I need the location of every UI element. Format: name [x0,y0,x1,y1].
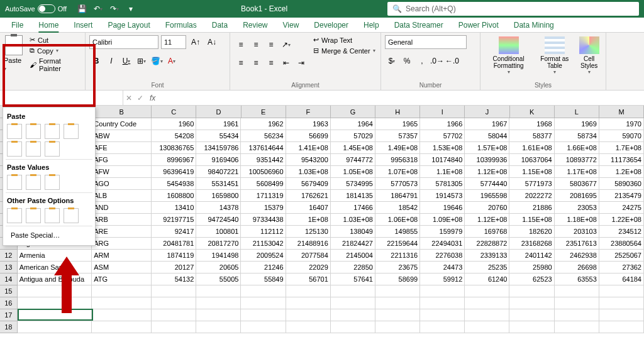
cell[interactable] [599,321,644,333]
increase-decimal-icon[interactable]: .0→ [430,54,444,68]
cell[interactable]: 1.53E+08 [420,142,465,154]
paste-formulas-icon[interactable] [26,124,41,139]
cell[interactable]: ATG [92,273,152,285]
tab-formulas[interactable]: Formulas [158,18,204,32]
cell[interactable] [92,309,152,321]
cell[interactable]: 92197715 [152,214,196,226]
cell[interactable]: 1941498 [196,250,241,262]
col-header-l[interactable]: L [555,106,599,118]
cell[interactable]: 11173654 [599,154,644,166]
cell[interactable] [92,321,152,333]
wrap-text-button[interactable]: ↩Wrap Text [312,35,377,45]
cell[interactable]: 137614644 [241,142,286,154]
cell[interactable] [465,285,509,297]
cell[interactable] [286,297,331,309]
cell[interactable] [509,297,554,309]
col-header-i[interactable]: I [420,106,465,118]
cell[interactable] [18,285,92,297]
cell[interactable]: 59912 [420,273,465,285]
col-header-f[interactable]: F [286,106,331,118]
cell[interactable] [465,309,509,321]
paste-picture-icon[interactable] [45,208,60,223]
cell[interactable]: 10637064 [509,154,554,166]
save-icon[interactable]: 💾 [77,4,87,14]
decrease-decimal-icon[interactable]: ←.0 [445,54,459,68]
cell[interactable]: 1.12E+08 [465,214,509,226]
cell[interactable]: 9744772 [331,154,375,166]
cell[interactable]: 15379 [241,202,286,214]
cell[interactable] [241,309,286,321]
cell[interactable]: 203103 [555,226,599,238]
cell[interactable] [286,285,331,297]
cell[interactable]: 1.41E+08 [286,142,331,154]
paste-values-numfmt-icon[interactable] [26,175,41,190]
cell[interactable]: 1864791 [375,190,420,202]
cell[interactable]: 100801 [196,226,241,238]
cell[interactable]: AFE [92,142,152,154]
col-header-b[interactable]: B [92,106,152,118]
cell[interactable]: ARB [92,214,152,226]
cell[interactable]: 22494031 [420,238,465,250]
paste-link-icon[interactable] [26,208,41,223]
cell[interactable]: 2339133 [465,250,509,262]
paste-no-borders-icon[interactable] [7,141,22,157]
align-top-icon[interactable]: ≡ [234,38,248,52]
paste-formatting-icon[interactable] [7,208,22,223]
cell[interactable]: 8996967 [152,154,196,166]
row-header[interactable]: 16 [0,297,18,309]
cell[interactable] [375,309,420,321]
cell[interactable]: 23880564 [599,238,644,250]
cell[interactable]: 57357 [375,130,420,142]
cell[interactable]: 92417 [152,226,196,238]
cell[interactable]: 1964 [331,118,375,130]
cell[interactable]: 13410 [152,202,196,214]
number-format-input[interactable] [385,35,467,49]
cell[interactable]: 5774440 [465,178,509,190]
cell[interactable] [241,297,286,309]
cell[interactable]: 9956318 [375,154,420,166]
cell[interactable]: 25235 [465,262,509,273]
col-header-k[interactable]: K [510,106,555,118]
cell[interactable]: 1963 [286,118,331,130]
cell[interactable]: 1874119 [152,250,196,262]
tab-page-layout[interactable]: Page Layout [100,18,157,32]
cell[interactable] [420,285,465,297]
cell[interactable]: 1.03E+08 [286,166,331,178]
cell-styles-button[interactable]: Cell Styles [576,35,602,76]
cell[interactable]: 22159644 [375,238,420,250]
cell[interactable] [599,309,644,321]
cell[interactable] [152,309,196,321]
cell[interactable]: 5734995 [331,178,375,190]
cell[interactable]: 1970 [599,118,644,130]
cell[interactable]: 55434 [196,130,241,142]
search-box[interactable]: 🔍 Search (Alt+Q) [387,2,639,16]
cell[interactable]: 130836765 [152,142,196,154]
cell[interactable]: 20605 [196,262,241,273]
cell[interactable]: ARE [92,226,152,238]
col-header-h[interactable]: H [375,106,420,118]
bold-button[interactable]: B [89,54,103,68]
cell[interactable]: ASM [92,262,152,273]
increase-indent-icon[interactable]: ⇥ [294,56,308,70]
cell[interactable]: 1.61E+08 [509,142,554,154]
cell[interactable] [18,309,92,321]
paste-values-source-fmt-icon[interactable] [45,175,60,190]
cell[interactable]: 24473 [420,262,465,273]
cell[interactable]: 5679409 [286,178,331,190]
cell[interactable]: 1965 [375,118,420,130]
align-middle-icon[interactable]: ≡ [249,38,263,52]
cell[interactable]: 1.05E+08 [331,166,375,178]
cell[interactable]: 159979 [420,226,465,238]
paste-button[interactable]: Paste [4,35,25,72]
cell[interactable]: 20817270 [196,238,241,250]
cell[interactable] [555,309,599,321]
cell[interactable]: 1.07E+08 [375,166,420,178]
cell[interactable] [152,285,196,297]
format-as-table-button[interactable]: Format as Table [536,35,572,76]
paste-keep-source-icon[interactable] [64,124,79,139]
align-left-icon[interactable]: ≡ [234,56,248,70]
cell-grid[interactable]: BCDEFGHIJKLM 1Country Code19601961196219… [0,106,644,333]
cell[interactable]: 59070 [599,130,644,142]
cell[interactable]: 1.49E+08 [375,142,420,154]
cell[interactable]: 1914573 [420,190,465,202]
